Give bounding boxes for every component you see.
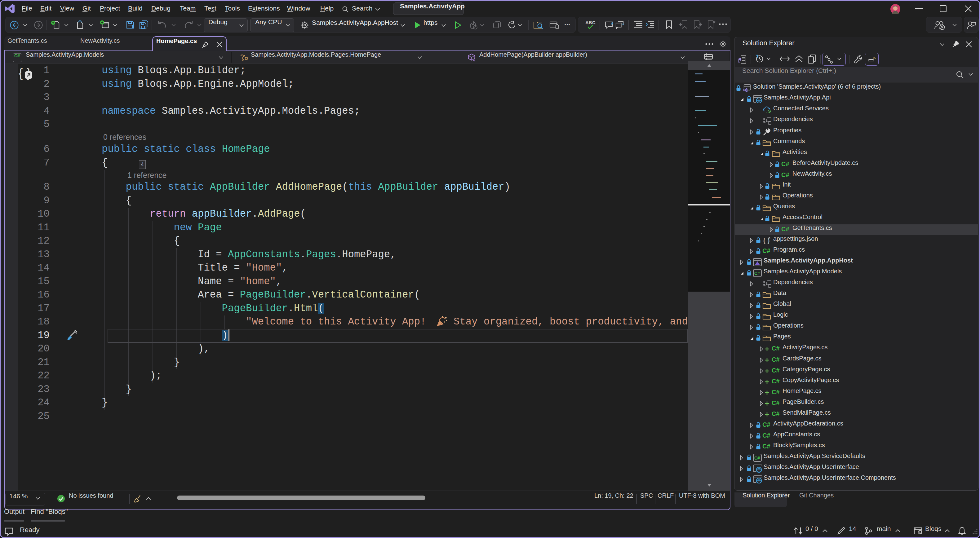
svg-text:C#: C# [754,455,760,460]
svg-text:ABC: ABC [585,20,595,25]
svg-text:C#: C# [754,271,760,276]
